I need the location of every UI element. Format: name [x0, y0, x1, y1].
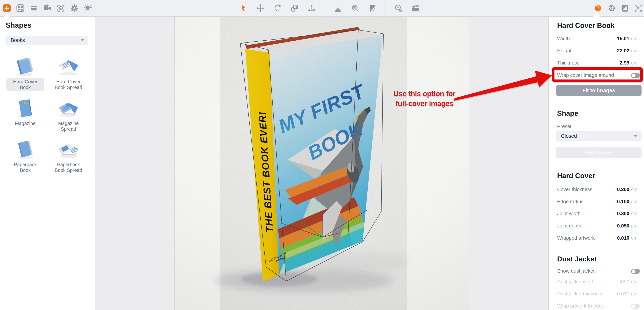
sidebar-title: Shapes: [6, 21, 31, 29]
magazine-thumbnail: MAG: [13, 97, 38, 119]
materials-tab-button[interactable]: [608, 4, 616, 12]
row-label: Joint depth: [557, 223, 617, 229]
sphere-dots-icon: [608, 4, 616, 12]
unit-label: cm: [631, 199, 640, 204]
magazine-spread-thumbnail: [56, 97, 81, 119]
panels-button[interactable]: [16, 4, 24, 12]
preset-dropdown[interactable]: Closed: [556, 132, 642, 141]
width-value-field[interactable]: 15.01: [617, 36, 629, 41]
row-label: Dust jacket width: [557, 279, 620, 285]
shape-category-dropdown[interactable]: Books: [6, 36, 88, 45]
toolbar-separator: [385, 0, 386, 16]
row-label: Joint width: [557, 211, 617, 216]
fit-to-images-button[interactable]: Fit to images: [556, 85, 642, 96]
cube-icon: [594, 4, 602, 12]
environment-tab-button[interactable]: [621, 4, 629, 12]
wrap-cover-toggle[interactable]: [631, 73, 640, 78]
cover-thickness-field[interactable]: 0.200: [617, 186, 629, 192]
row-label: Wrap artwork to edge: [557, 303, 631, 309]
joint-depth-field[interactable]: 0.050: [617, 223, 629, 229]
drop-to-floor-button[interactable]: [334, 4, 342, 12]
toolbar: [0, 0, 644, 17]
paperback-book-thumbnail: [13, 139, 38, 160]
dropdown-value: Closed: [561, 133, 634, 139]
sidebar-item-hard-cover-book-spread[interactable]: Hard Cover Book Spread: [50, 56, 88, 91]
unit-label: cm: [631, 223, 640, 229]
settings-button[interactable]: [70, 4, 78, 12]
unit-label: cm: [631, 211, 640, 216]
sidebar-item-magazine-spread[interactable]: Magazine Spread: [50, 97, 88, 133]
time-button[interactable]: [394, 4, 402, 12]
unit-label: cm: [631, 36, 640, 41]
edit-shape-button[interactable]: Edit Shape: [556, 147, 642, 158]
canvas-gutter-left: [95, 17, 174, 310]
thickness-value-field[interactable]: 2.99: [620, 60, 629, 66]
shape-item-label: Hard Cover Book Spread: [50, 78, 88, 91]
app-window: Shapes Books Hard Cover Book: [0, 0, 644, 310]
height-value-field[interactable]: 22.02: [617, 48, 629, 54]
sidebar-item-hard-cover-book[interactable]: Hard Cover Book: [6, 56, 44, 91]
zoom-to-object-icon: [351, 4, 359, 12]
row-label: Cover thickness: [557, 186, 617, 192]
plus-icon: [3, 4, 11, 12]
shape-item-label: Magazine: [13, 120, 38, 127]
row-label: Dust jacket thickness: [557, 291, 617, 297]
wrapped-artwork-field[interactable]: 0.010: [617, 235, 629, 241]
unit-label: cm: [631, 291, 640, 297]
rotate-tool-button[interactable]: [273, 4, 282, 12]
animation-button[interactable]: [411, 4, 420, 12]
dimension-row-thickness: Thickness 2.99 cm: [557, 60, 640, 66]
shape-item-label: Hard Cover Book: [6, 78, 44, 91]
preset-label: Preset: [557, 124, 572, 129]
scene-list-button[interactable]: [30, 4, 38, 12]
wrap-artwork-edge-toggle: [631, 304, 640, 309]
row-label: Width: [557, 36, 617, 41]
rotate-icon: [273, 4, 282, 12]
select-tool-button[interactable]: [239, 4, 248, 12]
materials-page-button[interactable]: [368, 4, 376, 12]
sidebar-item-paperback-book[interactable]: Paperback Book: [6, 139, 44, 174]
row-cover-thickness: Cover thickness 0.200 cm: [557, 186, 640, 193]
toolbar-left-group: [3, 0, 92, 16]
dust-jacket-section-title: Dust Jacket: [557, 255, 597, 263]
row-joint-depth: Joint depth 0.050 cm: [557, 223, 640, 229]
drop-to-floor-icon: [334, 4, 342, 12]
snapshot-button[interactable]: [57, 4, 65, 12]
annotation-line1: Use this option for: [386, 89, 463, 99]
geometry-tab-button[interactable]: [594, 4, 602, 12]
menu-icon: [30, 4, 38, 12]
move-tool-button[interactable]: [256, 4, 264, 12]
unit-label: cm: [631, 48, 640, 54]
row-wrapped-artwork: Wrapped artwork 0.010 cm: [557, 235, 640, 242]
wrap-cover-row: Wrap cover image around: [557, 72, 640, 79]
toolbar-right-group: [594, 0, 642, 16]
dust-jacket-thickness-field: 0.010: [617, 291, 629, 297]
row-dust-jacket-width: Dust jacket width 48.0 cm: [557, 279, 640, 285]
distribute-tool-button[interactable]: [308, 4, 316, 12]
move-icon: [256, 4, 264, 12]
sidebar-item-paperback-book-spread[interactable]: Paperback Book Spread: [50, 139, 88, 174]
layout-panels-icon: [16, 4, 24, 12]
toolbar-separator: [325, 0, 325, 16]
sidebar-item-magazine[interactable]: MAG Magazine: [6, 97, 44, 127]
chevron-down-icon: [634, 135, 637, 137]
clapperboard-icon: [411, 4, 420, 12]
edge-radius-field[interactable]: 0.100: [617, 199, 629, 204]
show-dust-jacket-toggle[interactable]: [631, 269, 640, 274]
lighting-button[interactable]: [84, 4, 92, 12]
row-dust-jacket-thickness: Dust jacket thickness 0.010 cm: [557, 291, 640, 297]
zoom-to-object-button[interactable]: [351, 4, 359, 12]
add-shape-button[interactable]: [3, 4, 11, 12]
shape-section-title: Shape: [557, 110, 578, 118]
toolbar-center-group: [239, 0, 420, 16]
divider: [0, 51, 95, 51]
active-tab-caret-right: [593, 13, 600, 17]
joint-width-field[interactable]: 0.300: [617, 211, 629, 216]
camera-button[interactable]: [43, 4, 52, 12]
paperback-book-spread-thumbnail: [56, 139, 81, 160]
toggle-knob: [632, 74, 636, 77]
gear-icon: [70, 4, 78, 12]
scale-tool-button[interactable]: [290, 4, 299, 12]
row-label: Thickness: [557, 60, 620, 66]
decompose-tab-button[interactable]: [634, 4, 642, 12]
